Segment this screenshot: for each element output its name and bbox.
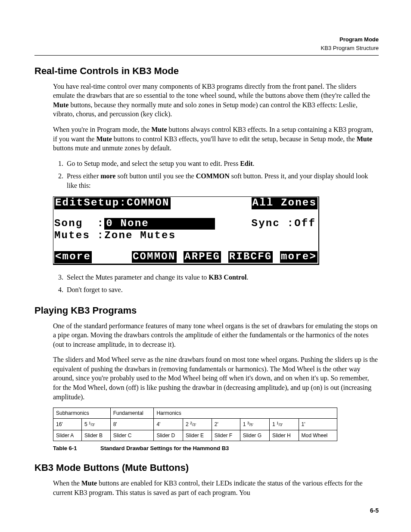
lcd-title-left: EditSetup:COMMON [54,197,171,209]
lcd-screenshot: EditSetup:COMMON All Zones Song :0 None … [53,196,319,265]
cell: 1 1/3' [270,419,299,430]
lcd-soft-ribcfg: RIBCFG [228,251,273,262]
lcd-gap [53,209,318,218]
cell: Slider A [53,430,82,441]
bold-mute: Mute [96,135,112,143]
lcd-song: Song :0 None [54,218,215,230]
text: When you're in Program mode, the [53,126,151,133]
lcd-mutes: Mutes :Zone Mutes [54,230,176,242]
lcd-song-row: Song :0 None Sync :Off [53,218,318,230]
section2-p1: One of the standard performance features… [53,321,379,349]
group-subharmonics: Subharmonics [53,408,111,419]
cell: Slider E [183,430,212,441]
lcd-soft-right-group: COMMON ARPEG RIBCFG more> [132,251,318,263]
section2-p2: The sliders and Mod Wheel serve as the n… [53,355,379,401]
step-4: Don't forget to save. [65,285,379,295]
group-fundamental: Fundamental [110,408,154,419]
cell: Slider G [240,430,269,441]
text: Press either [67,172,100,180]
cell: 1 3/5' [240,419,269,430]
running-subtitle: KB3 Program Structure [321,44,379,53]
lcd-sync-label: Sync : [252,218,295,229]
cell: Slider C [110,430,154,441]
bold-mute: Mute [151,126,167,133]
bold-more: more [100,172,115,180]
text: When the [53,479,81,487]
cell: 2 2/3' [183,419,212,430]
table-title: Standard Drawbar Settings for the Hammon… [100,445,229,451]
text: soft button until you see the [115,172,196,180]
lcd-sync: Sync :Off [252,218,316,230]
section2-body: One of the standard performance features… [53,321,379,452]
page-number: 6-5 [370,507,379,515]
step-3: Select the Mutes parameter and change it… [65,273,379,282]
page: Program Mode KB3 Program Structure Real-… [0,0,411,532]
heading-playing-kb3: Playing KB3 Programs [34,304,379,317]
lcd-song-label: Song : [54,218,104,229]
lcd-mutes-value: Zone Mutes [104,230,176,241]
cell: Slider H [270,430,299,441]
text: buttons, because they normally mute and … [53,101,358,118]
cell: Slider F [212,430,240,441]
bold-common: COMMON [196,172,230,180]
bold-mute: Mute [81,479,97,487]
running-title: Program Mode [321,35,379,44]
section3-p1: When the Mute buttons are enabled for KB… [53,479,379,497]
lcd-gap [53,242,318,251]
cell: 16' [53,419,82,430]
lcd-mutes-label: Mutes : [54,230,104,241]
lcd-softkey-row: <more COMMON ARPEG RIBCFG more> [53,251,318,264]
table-row: Subharmonics Fundamental Harmonics [53,408,337,419]
text: . [253,160,255,167]
cell: 2' [212,419,240,430]
cell: Slider D [154,430,183,441]
section1-body: You have real-time control over many com… [53,82,379,295]
cell: 1' [299,419,337,430]
bold-mute: Mute [53,101,68,109]
header-rule [34,55,379,56]
heading-realtime-controls: Real-time Controls in KB3 Mode [34,65,379,78]
heading-kb3-mode-buttons: KB3 Mode Buttons (Mute Buttons) [34,461,379,474]
lcd-soft-more-right: more> [280,251,318,262]
content: Real-time Controls in KB3 Mode You have … [34,65,379,497]
section3-body: When the Mute buttons are enabled for KB… [53,479,379,497]
table-row: 16' 5 1/3' 8' 4' 2 2/3' 2' 1 3/5' 1 1/3'… [53,419,337,430]
lcd-mutes-row: Mutes :Zone Mutes [53,230,318,242]
running-header: Program Mode KB3 Program Structure [321,35,379,53]
steps-list: Go to Setup mode, and select the setup y… [53,159,379,190]
text: buttons are enabled for KB3 control, the… [53,479,363,496]
steps-list-cont: Select the Mutes parameter and change it… [53,273,379,295]
lcd-sync-value: Off [294,218,316,229]
cell: 5 1/3' [81,419,110,430]
cell: 4' [154,419,183,430]
text: Go to Setup mode, and select the setup y… [67,160,240,167]
lcd-soft-arpeg: ARPEG [184,251,221,262]
text: You have real-time control over many com… [53,83,370,100]
lcd-title-right: All Zones [252,197,318,209]
text: Select the Mutes parameter and change it… [67,274,209,281]
cell: Slider B [81,430,110,441]
lcd-soft-common: COMMON [132,251,177,262]
section1-p2: When you're in Program mode, the Mute bu… [53,125,379,153]
bold-edit: Edit [240,160,252,167]
step-1: Go to Setup mode, and select the setup y… [65,159,379,168]
cell: Mod Wheel [299,430,337,441]
section1-p1: You have real-time control over many com… [53,82,379,119]
text: buttons mute and unmute zones by default… [53,144,171,152]
lcd-title-row: EditSetup:COMMON All Zones [53,197,318,209]
bold-kb3-control: KB3 Control [209,274,246,281]
cell: 8' [110,419,154,430]
group-harmonics: Harmonics [154,408,337,419]
drawbar-table: Subharmonics Fundamental Harmonics 16' 5… [53,408,337,441]
text: buttons to control KB3 effects, you'll h… [112,135,357,143]
text: . [246,274,248,281]
table-number: Table 6-1 [53,445,100,452]
lcd-soft-more-left: <more [54,251,92,263]
lcd-song-value: 0 None [104,218,215,229]
step-2: Press either more soft button until you … [65,171,379,190]
table-row: Slider A Slider B Slider C Slider D Slid… [53,430,337,441]
bold-mute: Mute [357,135,372,143]
table-caption: Table 6-1Standard Drawbar Settings for t… [53,445,379,452]
